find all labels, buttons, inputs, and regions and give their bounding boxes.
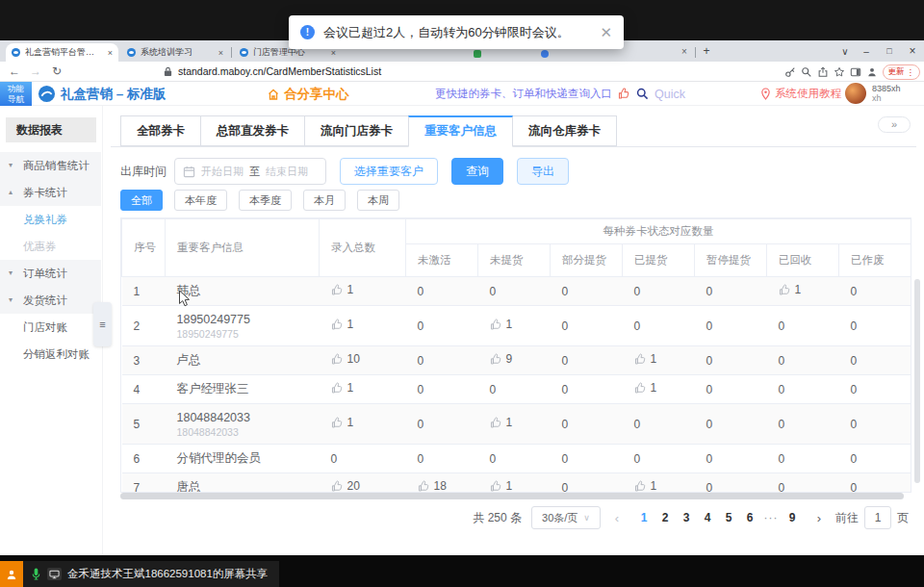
sidebar-collapse-handle[interactable]: ≡ [93, 302, 112, 346]
date-range-input[interactable]: 开始日期 至 结束日期 [174, 158, 326, 185]
vertical-scrollbar[interactable] [914, 279, 920, 483]
cell-value: 0 [695, 346, 767, 375]
quick-filter-all[interactable]: 全部 [120, 190, 163, 211]
meeting-participant-tile[interactable] [0, 561, 23, 587]
main-content: 全部券卡 总部直发券卡 流向门店券卡 重要客户信息 流向仓库券卡 » 出库时间 … [103, 106, 924, 555]
quick-filter-year[interactable]: 本年度 [174, 190, 227, 211]
next-page-button[interactable]: › [812, 511, 826, 525]
page-button-6[interactable]: 6 [739, 506, 760, 529]
search-button[interactable]: 查询 [451, 158, 503, 185]
table-row[interactable]: 4客户经理张三10001000 [122, 375, 911, 404]
hand-pointer-icon [331, 417, 344, 429]
sidebar-item-discount-coupon[interactable]: 优惠券 [0, 233, 101, 260]
page-button-3[interactable]: 3 [676, 506, 697, 529]
tab-hq-direct-cards[interactable]: 总部直发券卡 [200, 115, 305, 146]
new-tab-button[interactable]: + [699, 40, 714, 62]
quick-filter-quarter[interactable]: 本季度 [239, 190, 292, 211]
shop-icon [267, 88, 280, 101]
content-tabs: 全部券卡 总部直发券卡 流向门店券卡 重要客户信息 流向仓库券卡 [111, 115, 916, 147]
update-badge[interactable]: 更新 ⋮ [883, 64, 921, 80]
back-icon[interactable]: ← [4, 64, 25, 78]
bookmark-star-icon[interactable] [834, 66, 845, 78]
key-icon[interactable] [784, 66, 796, 78]
column-header-customer: 重要客户信息 [166, 219, 320, 277]
tutorial-link[interactable]: 系统使用教程 [760, 82, 841, 106]
calendar-icon [183, 166, 195, 178]
tab-close-icon[interactable]: × [677, 40, 692, 62]
quick-filter-month[interactable]: 本月 [303, 190, 346, 211]
page-button-4[interactable]: 4 [697, 506, 718, 529]
table-row[interactable]: 2189502497751895024977510100000 [122, 306, 911, 346]
hand-pointer-icon [779, 284, 791, 296]
menu-dots-icon: ⋮ [907, 67, 915, 77]
user-avatar[interactable] [845, 83, 866, 104]
cell-value: 1 [320, 277, 406, 306]
sidebar-item-distribution-rebate[interactable]: 分销返利对账 [0, 341, 101, 368]
prev-page-button[interactable]: ‹ [610, 511, 624, 525]
toast-close-icon[interactable]: ✕ [600, 24, 612, 41]
window-restore-button[interactable]: □ [880, 40, 899, 62]
page-ellipsis: ··· [760, 506, 782, 529]
quick-filter-week[interactable]: 本周 [357, 190, 399, 211]
table-row[interactable]: 7唐总2018101000 [122, 473, 911, 494]
end-date-placeholder: 结束日期 [266, 165, 308, 179]
sidebar-item-order-stats[interactable]: ▾订单统计 [0, 260, 101, 287]
table-row[interactable]: 1韩总10000010 [122, 277, 911, 306]
horizontal-scrollbar[interactable] [120, 493, 911, 499]
cell-index: 7 [122, 473, 166, 494]
expand-pill-button[interactable]: » [878, 116, 911, 133]
page-button-9[interactable]: 9 [782, 506, 803, 529]
cell-value: 0 [695, 404, 767, 445]
cell-value: 0 [839, 306, 911, 346]
export-button[interactable]: 导出 [517, 158, 569, 185]
tab-close-icon[interactable]: × [331, 48, 336, 58]
page-button-1[interactable]: 1 [633, 506, 654, 529]
side-panel-icon[interactable] [850, 66, 861, 78]
cell-value: 0 [406, 306, 478, 346]
sidebar-item-card-stats[interactable]: ▴券卡统计 [0, 179, 101, 206]
page-button-5[interactable]: 5 [718, 506, 739, 529]
chevron-down-icon: ▾ [9, 152, 13, 179]
date-to-label: 至 [249, 165, 260, 179]
tab-important-customers[interactable]: 重要客户信息 [408, 115, 513, 147]
table-row[interactable]: 3卢总100901000 [122, 346, 911, 375]
tab-search-icon[interactable]: ∨ [835, 40, 855, 62]
cell-value: 1 [623, 346, 695, 375]
goto-page-input[interactable]: 1 [864, 506, 891, 529]
profile-icon[interactable] [866, 66, 878, 78]
zoom-icon[interactable] [801, 66, 812, 78]
chevron-up-icon: ▴ [9, 179, 13, 206]
tab-close-icon[interactable]: × [218, 48, 223, 58]
browser-tab-2[interactable]: 系统培训学习 × [121, 43, 229, 62]
favicon [12, 48, 20, 57]
share-center-link[interactable]: 合分享中心 [267, 82, 349, 106]
window-minimize-button[interactable]: – [857, 40, 876, 62]
window-close-button[interactable]: × [903, 40, 922, 62]
sidebar-item-shipping-stats[interactable]: ▾发货统计 [0, 287, 101, 314]
browser-tab-1[interactable]: 礼盒营销平台管理中心 × [6, 43, 118, 62]
app-header: 功能导航 礼盒营销 – 标准版 合分享中心 更快捷的券卡、订单和快递查询入口 Q… [0, 82, 924, 106]
tab-close-icon[interactable]: × [108, 48, 113, 58]
sidebar-item-product-sales[interactable]: ▾商品销售统计 [0, 152, 101, 179]
tab-store-flow-cards[interactable]: 流向门店券卡 [304, 115, 409, 146]
column-header-picked: 已提货 [623, 244, 695, 277]
collapse-icon: ≡ [99, 319, 105, 330]
tab-warehouse-flow-cards[interactable]: 流向仓库券卡 [512, 115, 617, 146]
select-customer-button[interactable]: 选择重要客户 [340, 158, 438, 185]
table-row[interactable]: 5180488420331804884203310100000 [122, 404, 911, 445]
cell-value: 0 [695, 375, 767, 404]
tab-all-cards[interactable]: 全部券卡 [120, 115, 201, 146]
sidebar-item-store-reconciliation[interactable]: 门店对账 [0, 314, 101, 341]
forward-icon[interactable]: → [25, 64, 46, 78]
share-icon[interactable] [817, 66, 829, 78]
sidebar-item-exchange-coupon[interactable]: 兑换礼券 [0, 206, 101, 233]
url-field[interactable]: standard.maboy.cn/CardMemberStatisticsLi… [164, 65, 381, 77]
table-row[interactable]: 6分销代理的会员00000000 [122, 445, 911, 473]
cell-index: 1 [122, 277, 166, 306]
page-button-2[interactable]: 2 [654, 506, 676, 529]
quick-entry-link[interactable]: 更快捷的券卡、订单和快递查询入口 Quick [435, 82, 685, 106]
reload-icon[interactable]: ↻ [46, 64, 67, 78]
page-size-select[interactable]: 30条/页 ∨ [531, 506, 601, 529]
nav-toggle-button[interactable]: 功能导航 [0, 82, 32, 106]
cell-value: 1 [478, 404, 551, 445]
